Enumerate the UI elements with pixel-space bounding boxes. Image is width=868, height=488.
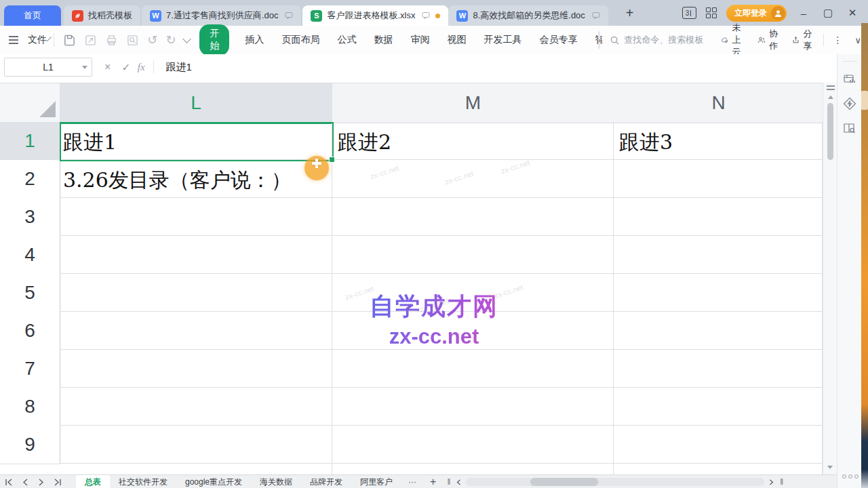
scrollbar-split-handle[interactable]: ‖ <box>780 477 783 487</box>
cloud-status[interactable]: 未上云 <box>721 22 747 58</box>
row-header-4[interactable]: 4 <box>0 236 60 274</box>
add-sheet-button[interactable]: + <box>430 476 436 488</box>
confirm-entry-button[interactable]: ✓ <box>121 61 130 74</box>
vertical-scrollbar-thumb[interactable] <box>827 103 833 160</box>
row-header-6[interactable]: 6 <box>0 312 60 350</box>
column-header-L[interactable]: L <box>60 83 333 124</box>
scroll-up-arrow-icon[interactable] <box>828 96 833 99</box>
more-options-icon[interactable]: ⋮ <box>833 35 842 45</box>
hamburger-menu-icon[interactable] <box>8 35 19 45</box>
cell-M1[interactable]: 跟进2 <box>338 129 391 157</box>
writer-icon: W <box>456 10 468 22</box>
cell-N1[interactable]: 跟进3 <box>619 129 673 157</box>
insert-function-button[interactable]: fx <box>138 62 145 73</box>
tab-comment-icon[interactable] <box>592 12 600 20</box>
menu-tab-view[interactable]: 视图 <box>447 34 466 46</box>
menu-overflow-chevron-icon[interactable]: › <box>598 31 601 49</box>
maximize-button[interactable]: ▢ <box>821 7 835 19</box>
sidebar-drag-dots[interactable] <box>842 474 859 479</box>
formula-input[interactable]: 跟进1 <box>166 61 192 74</box>
skill-lightning-icon[interactable] <box>843 97 856 110</box>
split-pane-handle[interactable] <box>827 85 835 90</box>
undo-icon[interactable]: ↺ <box>147 33 157 47</box>
tab-split-handle[interactable]: ‖ <box>447 477 450 487</box>
more-sheets-button[interactable]: ··· <box>408 477 416 487</box>
menu-tab-formulas[interactable]: 公式 <box>337 34 356 46</box>
sheet-tab-social[interactable]: 社交软件开发 <box>110 475 176 488</box>
tab-comment-icon[interactable] <box>285 12 293 20</box>
doc-tab-docer-templates[interactable]: 找稻壳模板 <box>64 5 140 26</box>
first-sheet-icon[interactable] <box>5 479 13 486</box>
print-icon[interactable] <box>105 34 118 47</box>
scroll-left-arrow-icon[interactable] <box>456 479 461 485</box>
tab-manager-icon[interactable]: 3 <box>682 7 696 19</box>
cell-template-icon[interactable] <box>843 73 856 86</box>
tab-comment-icon[interactable] <box>422 12 430 20</box>
sheet-tab-alibaba[interactable]: 阿里客户 <box>351 475 401 488</box>
name-box[interactable]: L1 <box>4 58 92 77</box>
print-preview-icon[interactable] <box>126 34 139 47</box>
file-menu[interactable]: 文件 <box>28 34 47 46</box>
redo-icon[interactable]: ↻ <box>165 33 176 47</box>
ribbon-menu-bar: 文件 ↺ ↻ 开始 插入 页面布局 公式 数据 审阅 视图 开发工具 会员专享 … <box>0 26 868 55</box>
menu-tab-insert[interactable]: 插入 <box>245 34 264 46</box>
next-sheet-icon[interactable] <box>38 479 44 486</box>
sheet-tab-bar: 总表 社交软件开发 google重点开发 海关数据 品牌开发 阿里客户 ··· … <box>0 474 837 488</box>
horizontal-scrollbar[interactable] <box>466 478 764 486</box>
resource-search-icon[interactable] <box>843 121 856 135</box>
doc-tab-customer-followup-xlsx[interactable]: S 客户跟进表格模板.xlsx <box>302 5 448 26</box>
save-icon[interactable] <box>63 34 76 47</box>
select-all-corner[interactable] <box>0 83 60 123</box>
last-sheet-icon[interactable] <box>54 479 62 486</box>
sheet-tab-brand[interactable]: 品牌开发 <box>301 475 351 488</box>
doc-tab-email-doc[interactable]: W 8.高效找邮箱的另类思维.doc <box>448 5 608 26</box>
row-header-9[interactable]: 9 <box>0 426 60 464</box>
doc-tab-supplier-doc[interactable]: W 7.通过零售商找到供应商.doc <box>142 5 301 26</box>
home-tab[interactable]: 首页 <box>4 5 61 26</box>
row-header-5[interactable]: 5 <box>0 274 60 312</box>
menu-tab-review[interactable]: 审阅 <box>410 34 429 46</box>
menu-tab-home[interactable]: 开始 <box>199 24 229 56</box>
menu-tab-dev-tools[interactable]: 开发工具 <box>484 34 521 46</box>
minimize-button[interactable]: – <box>796 7 811 19</box>
quick-access-caret-icon[interactable] <box>183 35 192 43</box>
menu-tab-data[interactable]: 数据 <box>374 34 393 46</box>
row-header-8[interactable]: 8 <box>0 388 60 426</box>
sheet-tab-customs[interactable]: 海关数据 <box>251 475 301 488</box>
login-label: 立即登录 <box>734 7 767 19</box>
cancel-entry-button[interactable]: × <box>104 61 111 73</box>
menu-tab-page-layout[interactable]: 页面布局 <box>281 34 319 46</box>
row-header-3[interactable]: 3 <box>0 198 60 237</box>
sheet-tab-summary[interactable]: 总表 <box>76 475 110 488</box>
new-tab-button[interactable]: + <box>626 5 634 21</box>
scroll-right-arrow-icon[interactable] <box>769 479 774 485</box>
column-header-N[interactable]: N <box>614 83 824 123</box>
command-search[interactable]: 查找命令、搜索模板 <box>610 34 711 46</box>
search-icon <box>610 35 620 45</box>
row-header-2[interactable]: 2 <box>0 160 60 199</box>
horizontal-scrollbar-thumb[interactable] <box>530 478 598 486</box>
export-icon[interactable] <box>84 34 97 47</box>
menu-tab-member[interactable]: 会员专享 <box>539 34 577 46</box>
workspace-grid-icon[interactable] <box>706 7 717 18</box>
home-tab-label: 首页 <box>24 9 41 22</box>
faint-watermark: zx-cc.net <box>500 158 531 175</box>
column-header-M[interactable]: M <box>332 83 614 123</box>
file-menu-caret-icon[interactable] <box>46 36 52 41</box>
share-button[interactable]: 分享 <box>792 28 815 52</box>
fill-handle[interactable] <box>329 157 335 163</box>
vertical-scrollbar[interactable] <box>823 83 837 474</box>
sheets-icon: S <box>311 10 322 22</box>
close-button[interactable]: ✕ <box>845 7 860 19</box>
cell-L2[interactable]: 3.26发目录（客户说：） <box>63 167 292 195</box>
collapse-ribbon-icon[interactable]: ∨ <box>854 35 861 45</box>
row-header-1[interactable]: 1 <box>0 122 60 161</box>
scroll-down-arrow-icon[interactable] <box>827 466 833 469</box>
collaborate-button[interactable]: 协作 <box>757 28 781 52</box>
row-header-7[interactable]: 7 <box>0 350 60 388</box>
name-box-value: L1 <box>43 62 54 73</box>
login-button[interactable]: 立即登录 <box>726 5 787 22</box>
name-box-dropdown-icon[interactable] <box>82 66 87 69</box>
prev-sheet-icon[interactable] <box>22 479 28 486</box>
sheet-tab-google[interactable]: google重点开发 <box>176 475 251 488</box>
